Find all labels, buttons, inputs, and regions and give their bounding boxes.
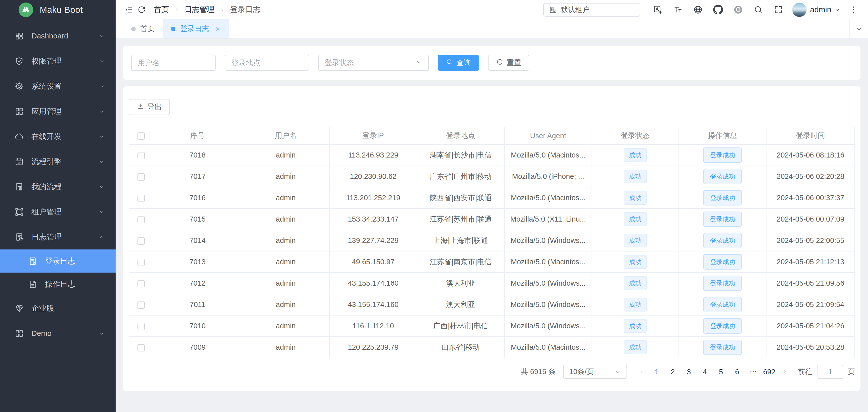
font-size-icon[interactable] — [668, 0, 688, 19]
app-logo[interactable]: Maku Boot — [0, 0, 116, 19]
breadcrumb-login-log: 登录日志 — [230, 4, 260, 15]
page-number-3[interactable]: 3 — [681, 365, 697, 379]
sidebar-item-my-workflow[interactable]: 我的流程 — [0, 174, 116, 199]
fullscreen-icon[interactable] — [769, 0, 788, 19]
operation-info-button[interactable]: 登录成功 — [703, 212, 742, 227]
operation-info-button[interactable]: 登录成功 — [703, 297, 742, 312]
table-header-row: 序号用户名登录IP登录地点User Agent登录状态操作信息登录时间 — [129, 127, 855, 145]
breadcrumb-log-mgmt[interactable]: 日志管理 — [184, 4, 215, 15]
cell-login-location: 江苏省|南京市|电信 — [417, 251, 504, 273]
sidebar-item-app-mgmt[interactable]: 应用管理 — [0, 99, 116, 124]
collapse-sidebar-icon[interactable] — [123, 3, 135, 16]
sidebar-item-dashboard[interactable]: Dashboard — [0, 23, 116, 49]
sidebar-item-label: Dashboard — [31, 32, 68, 40]
tenant-select[interactable]: 默认租户 — [543, 3, 640, 17]
operation-info-button[interactable]: 登录成功 — [703, 190, 742, 205]
operation-info-button[interactable]: 登录成功 — [703, 233, 742, 248]
row-checkbox[interactable] — [137, 152, 145, 159]
login-location-input[interactable] — [225, 55, 309, 71]
operation-info-button[interactable]: 登录成功 — [703, 340, 742, 355]
table-row: 7018admin113.246.93.229湖南省|长沙市|电信Mozilla… — [129, 145, 855, 166]
pagination: 共 6915 条10条/页123456692前往页 — [129, 365, 855, 379]
reset-button[interactable]: 重置 — [488, 55, 529, 71]
row-checkbox[interactable] — [137, 259, 145, 266]
tab-login-log[interactable]: 登录日志 — [163, 19, 229, 38]
row-checkbox[interactable] — [137, 302, 145, 309]
chevron-down-icon — [415, 59, 422, 67]
table-panel: 导出 序号用户名登录IP登录地点User Agent登录状态操作信息登录时间70… — [123, 87, 861, 391]
gitee-icon[interactable] — [728, 0, 748, 19]
row-checkbox[interactable] — [137, 323, 145, 330]
breadcrumb-home[interactable]: 首页 — [154, 4, 169, 15]
goto-page-input[interactable] — [817, 365, 843, 379]
page-number-692[interactable]: 692 — [761, 365, 777, 379]
github-icon[interactable] — [708, 0, 728, 19]
sidebar-item-online-dev[interactable]: 在线开发 — [0, 124, 116, 149]
cell-username: admin — [242, 251, 330, 273]
page-number-4[interactable]: 4 — [697, 365, 713, 379]
pages-ellipsis-icon[interactable] — [745, 365, 761, 379]
page-number-1[interactable]: 1 — [649, 365, 665, 379]
tab-list-dropdown-icon[interactable] — [849, 19, 868, 38]
globe-icon[interactable] — [688, 0, 708, 19]
pagination-total: 共 6915 条 — [521, 367, 556, 377]
user-menu[interactable]: admin — [810, 5, 841, 14]
cell-user-agent: Mozilla/5.0 (Windows... — [504, 294, 592, 315]
chevron-down-icon — [98, 58, 105, 65]
calendar-check-icon — [14, 157, 24, 166]
operation-info-button[interactable]: 登录成功 — [703, 254, 742, 270]
cell-user-agent: Mozilla/5.0 (Windows... — [504, 315, 592, 337]
page-number-2[interactable]: 2 — [665, 365, 681, 379]
breadcrumb: 首页 日志管理 登录日志 — [154, 4, 260, 15]
next-page-icon[interactable] — [777, 365, 792, 379]
sidebar-item-tenant-mgmt[interactable]: 租户管理 — [0, 199, 116, 224]
page-number-6[interactable]: 6 — [729, 365, 745, 379]
select-all-checkbox[interactable] — [137, 132, 145, 140]
sidebar-item-label: 应用管理 — [31, 106, 62, 117]
sidebar-subitem-operation-log[interactable]: 操作日志 — [0, 273, 116, 296]
cell-login-ip: 139.227.74.229 — [330, 230, 417, 251]
grid-icon — [14, 329, 24, 338]
operation-info-button[interactable]: 登录成功 — [703, 276, 742, 291]
page-number-5[interactable]: 5 — [713, 365, 729, 379]
close-tab-icon[interactable] — [215, 26, 221, 32]
translate-icon[interactable] — [648, 0, 668, 19]
cell-id: 7009 — [153, 337, 242, 358]
sidebar-subitem-login-log[interactable]: 登录日志 — [0, 250, 116, 273]
operation-info-button[interactable]: 登录成功 — [703, 169, 742, 184]
sidebar-item-permission-mgmt[interactable]: 权限管理 — [0, 49, 116, 73]
search-button[interactable]: 查询 — [438, 55, 479, 71]
page-size-select[interactable]: 10条/页 — [563, 365, 627, 379]
sidebar-item-system-settings[interactable]: 系统设置 — [0, 73, 116, 99]
operation-info-button[interactable]: 登录成功 — [703, 318, 742, 334]
row-checkbox[interactable] — [137, 195, 145, 202]
sidebar-item-demo[interactable]: Demo — [0, 321, 116, 346]
login-status-select[interactable]: 登录状态 — [318, 55, 429, 71]
shield-icon — [14, 57, 24, 66]
sidebar-item-label: 日志管理 — [31, 232, 62, 242]
tab-home[interactable]: 首页 — [123, 19, 163, 38]
sidebar-item-label: Demo — [31, 329, 52, 338]
row-checkbox[interactable] — [137, 237, 145, 245]
login-status-badge: 成功 — [624, 234, 647, 248]
cell-id: 7015 — [153, 209, 242, 230]
prev-page-icon[interactable] — [634, 365, 649, 379]
sidebar-item-log-mgmt[interactable]: 日志管理 — [0, 224, 116, 250]
sidebar-item-enterprise[interactable]: 企业版 — [0, 296, 116, 321]
refresh-icon[interactable] — [135, 3, 148, 16]
table-row: 7015admin153.34.233.147江苏省|苏州市|联通Mozilla… — [129, 209, 855, 230]
login-status-badge: 成功 — [624, 340, 647, 354]
more-options-icon[interactable] — [847, 3, 860, 16]
export-button[interactable]: 导出 — [129, 99, 170, 115]
row-checkbox[interactable] — [137, 173, 145, 181]
username-input[interactable] — [131, 55, 216, 71]
row-checkbox[interactable] — [137, 216, 145, 223]
sidebar-item-workflow-engine[interactable]: 流程引擎 — [0, 149, 116, 174]
cell-login-time: 2024-05-05 20:53:28 — [766, 337, 855, 358]
row-checkbox[interactable] — [137, 344, 145, 351]
row-checkbox[interactable] — [137, 280, 145, 287]
search-icon[interactable] — [748, 0, 769, 19]
user-avatar[interactable] — [792, 2, 807, 17]
operation-info-button[interactable]: 登录成功 — [703, 148, 742, 163]
cell-login-ip: 49.65.150.97 — [330, 251, 417, 273]
